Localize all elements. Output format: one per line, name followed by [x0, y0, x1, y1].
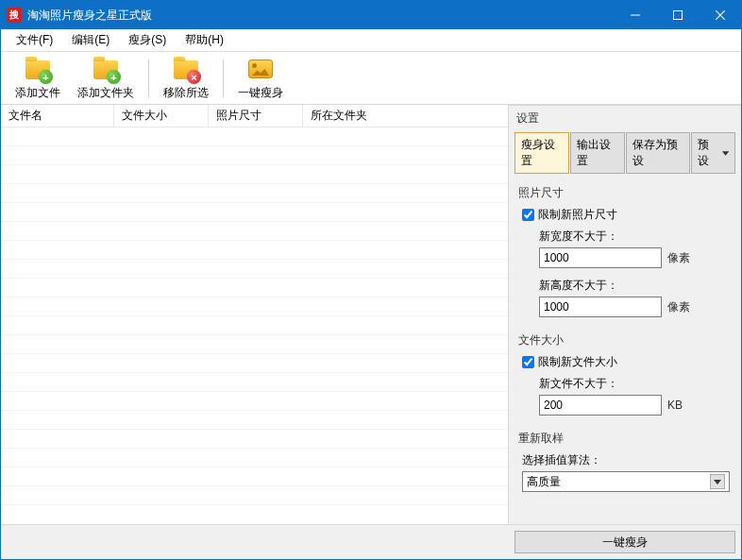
one-key-slim-label: 一键瘦身 — [238, 85, 283, 101]
minimize-button[interactable] — [614, 1, 656, 29]
toolbar-separator — [223, 59, 224, 97]
add-folder-button[interactable]: + 添加文件夹 — [71, 52, 141, 104]
file-size-group: 文件大小 限制新文件大小 新文件不大于： KB — [518, 332, 732, 416]
menu-help[interactable]: 帮助(H) — [176, 29, 233, 51]
window-controls — [614, 1, 741, 29]
settings-title: 设置 — [509, 106, 741, 132]
app-icon: 搜 — [7, 8, 22, 23]
table-body[interactable] — [1, 127, 508, 524]
file-size-title: 文件大小 — [518, 332, 732, 348]
svg-marker-4 — [722, 151, 729, 156]
tab-save-preset[interactable]: 保存为预设 — [626, 132, 691, 174]
resample-select[interactable]: 高质量 — [522, 471, 730, 492]
col-filesize[interactable]: 文件大小 — [114, 105, 209, 127]
limit-file-size-label: 限制新文件大小 — [538, 354, 617, 370]
add-file-button[interactable]: + 添加文件 — [8, 52, 67, 104]
col-folder[interactable]: 所在文件夹 — [303, 105, 508, 127]
footer-one-key-button[interactable]: 一键瘦身 — [514, 531, 735, 553]
table-header: 文件名 文件大小 照片尺寸 所在文件夹 — [1, 105, 508, 127]
remove-selected-label: 移除所选 — [163, 85, 209, 101]
limit-photo-size-row[interactable]: 限制新照片尺寸 — [518, 207, 732, 223]
tab-slim-settings[interactable]: 瘦身设置 — [514, 132, 569, 174]
new-filesize-input[interactable] — [539, 395, 662, 416]
remove-selected-icon: × — [172, 55, 200, 83]
add-file-icon: + — [24, 55, 52, 83]
limit-photo-size-label: 限制新照片尺寸 — [538, 207, 617, 223]
one-key-slim-icon — [246, 55, 275, 83]
resample-title: 重新取样 — [518, 431, 732, 447]
add-folder-label: 添加文件夹 — [77, 85, 134, 101]
footer: 一键瘦身 — [1, 524, 741, 559]
one-key-slim-button[interactable]: 一键瘦身 — [231, 52, 290, 104]
resample-group: 重新取样 选择插值算法： 高质量 — [518, 431, 732, 492]
app-window: 搜 淘淘照片瘦身之星正式版 文件(F) 编辑(E) 瘦身(S) 帮助(H) + … — [0, 0, 742, 560]
toolbar: + 添加文件 + 添加文件夹 × 移除所选 一键瘦身 — [1, 52, 741, 105]
col-photosize[interactable]: 照片尺寸 — [209, 105, 303, 127]
width-unit: 像素 — [667, 250, 690, 266]
titlebar: 搜 淘淘照片瘦身之星正式版 — [1, 1, 741, 29]
limit-file-size-checkbox[interactable] — [522, 356, 534, 368]
tab-preset-dropdown[interactable]: 预设 — [691, 132, 735, 174]
resample-label: 选择插值算法： — [522, 452, 732, 468]
menu-file[interactable]: 文件(F) — [7, 29, 62, 51]
chevron-down-icon — [722, 151, 729, 156]
close-button[interactable] — [699, 1, 741, 29]
filesize-unit: KB — [667, 399, 683, 412]
settings-pane: 设置 瘦身设置 输出设置 保存为预设 预设 照片尺寸 限制新照片尺寸 — [509, 105, 741, 524]
remove-selected-button[interactable]: × 移除所选 — [157, 52, 215, 104]
content-area: 文件名 文件大小 照片尺寸 所在文件夹 设置 瘦身设置 输出设置 保存为预设 预… — [1, 105, 741, 524]
settings-tabs: 瘦身设置 输出设置 保存为预设 预设 — [509, 132, 741, 174]
new-filesize-label: 新文件不大于： — [539, 376, 732, 392]
settings-body: 照片尺寸 限制新照片尺寸 新宽度不大于： 像素 新高度不大于： — [509, 174, 741, 524]
menubar: 文件(F) 编辑(E) 瘦身(S) 帮助(H) — [1, 29, 741, 52]
col-filename[interactable]: 文件名 — [1, 105, 114, 127]
new-width-input[interactable] — [539, 247, 662, 268]
limit-photo-size-checkbox[interactable] — [522, 209, 534, 221]
new-height-input[interactable] — [539, 297, 662, 317]
photo-size-title: 照片尺寸 — [518, 185, 732, 201]
window-title: 淘淘照片瘦身之星正式版 — [27, 8, 614, 24]
add-file-label: 添加文件 — [15, 85, 60, 101]
menu-edit[interactable]: 编辑(E) — [62, 29, 119, 51]
menu-slim[interactable]: 瘦身(S) — [119, 29, 176, 51]
photo-size-group: 照片尺寸 限制新照片尺寸 新宽度不大于： 像素 新高度不大于： — [518, 185, 732, 317]
maximize-button[interactable] — [656, 1, 699, 29]
new-width-label: 新宽度不大于： — [539, 229, 732, 245]
tab-preset-label: 预设 — [698, 137, 718, 169]
add-folder-icon: + — [92, 55, 120, 83]
file-list-pane: 文件名 文件大小 照片尺寸 所在文件夹 — [1, 105, 509, 524]
svg-marker-5 — [714, 480, 721, 484]
height-unit: 像素 — [667, 299, 690, 315]
svg-rect-1 — [673, 11, 682, 20]
resample-value: 高质量 — [527, 474, 561, 490]
toolbar-separator — [148, 59, 149, 97]
tab-output-settings[interactable]: 输出设置 — [570, 132, 625, 174]
chevron-down-icon — [710, 474, 725, 489]
limit-file-size-row[interactable]: 限制新文件大小 — [518, 354, 732, 370]
new-height-label: 新高度不大于： — [539, 278, 732, 294]
